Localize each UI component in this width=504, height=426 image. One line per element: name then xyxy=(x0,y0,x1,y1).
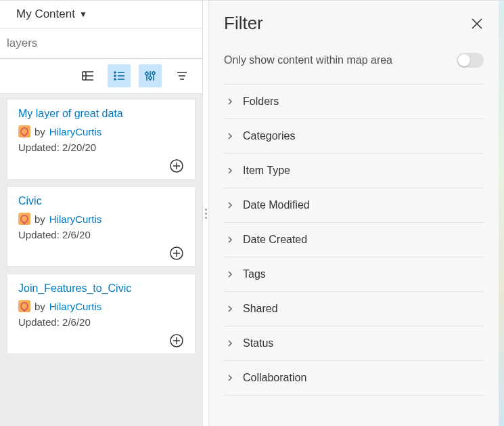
by-prefix: by xyxy=(35,213,45,225)
svg-point-9 xyxy=(114,79,116,80)
svg-point-7 xyxy=(114,75,116,77)
filter-section-shared[interactable]: Shared xyxy=(224,291,484,326)
feature-layer-icon xyxy=(18,213,30,225)
filter-section-label: Item Type xyxy=(243,165,290,177)
filter-panel: Filter Only show content within map area… xyxy=(208,1,499,426)
item-author[interactable]: HilaryCurtis xyxy=(49,301,102,312)
table-view-button[interactable] xyxy=(76,64,99,87)
list-view-button[interactable] xyxy=(108,64,131,87)
filter-section-label: Date Created xyxy=(243,234,307,246)
filter-toggle-button[interactable] xyxy=(139,64,162,87)
table-icon xyxy=(82,70,94,82)
chevron-right-icon xyxy=(227,340,233,347)
toggle-knob xyxy=(458,54,470,66)
filter-section-label: Status xyxy=(243,337,273,349)
filter-section-date-modified[interactable]: Date Modified xyxy=(224,188,484,222)
filter-section-folders[interactable]: Folders xyxy=(224,84,484,119)
chevron-right-icon xyxy=(227,98,233,105)
map-area-toggle[interactable] xyxy=(457,53,484,68)
item-author[interactable]: HilaryCurtis xyxy=(49,126,102,137)
feature-layer-icon xyxy=(18,300,30,312)
chevron-right-icon xyxy=(227,375,233,381)
filter-section-categories[interactable]: Categories xyxy=(224,119,484,153)
close-button[interactable] xyxy=(470,17,484,30)
item-author[interactable]: HilaryCurtis xyxy=(49,213,102,225)
add-item-button[interactable] xyxy=(169,158,184,173)
filter-section-label: Collaboration xyxy=(243,372,306,384)
item-updated: Updated: 2/20/20 xyxy=(18,142,184,153)
filter-section-tags[interactable]: Tags xyxy=(224,257,484,291)
list-item: Join_Features_to_Civic by HilaryCurtis U… xyxy=(7,274,196,354)
by-prefix: by xyxy=(35,126,45,137)
chevron-right-icon xyxy=(227,202,233,209)
feature-layer-icon xyxy=(18,125,30,137)
list-item: Civic by HilaryCurtis Updated: 2/6/20 xyxy=(7,186,196,267)
svg-point-5 xyxy=(114,72,116,73)
panel-resize-handle[interactable] xyxy=(203,1,208,426)
map-sliver xyxy=(499,1,504,426)
filter-section-label: Date Modified xyxy=(243,199,310,211)
filter-section-label: Tags xyxy=(243,268,266,280)
filter-section-list: Folders Categories Item Type Date Modifi… xyxy=(209,84,499,396)
sliders-icon xyxy=(144,70,156,82)
chevron-right-icon xyxy=(227,236,233,243)
item-byline: by HilaryCurtis xyxy=(18,125,184,137)
content-panel: My Content ▼ xyxy=(0,1,203,426)
grip-dots-icon xyxy=(205,209,207,219)
filter-section-item-type[interactable]: Item Type xyxy=(224,153,484,188)
map-area-toggle-label: Only show content within map area xyxy=(224,54,392,66)
content-scope-dropdown[interactable]: My Content ▼ xyxy=(0,1,202,28)
by-prefix: by xyxy=(35,301,45,312)
search-input[interactable] xyxy=(0,28,202,58)
filter-section-label: Categories xyxy=(243,130,295,142)
item-updated: Updated: 2/6/20 xyxy=(18,229,184,240)
item-byline: by HilaryCurtis xyxy=(18,213,184,225)
item-title[interactable]: Join_Features_to_Civic xyxy=(18,282,184,295)
search-row xyxy=(0,28,202,59)
sort-button[interactable] xyxy=(170,64,193,87)
svg-point-12 xyxy=(145,72,148,75)
chevron-right-icon xyxy=(227,167,233,174)
item-title[interactable]: Civic xyxy=(18,195,184,207)
chevron-right-icon xyxy=(227,271,233,278)
filter-section-date-created[interactable]: Date Created xyxy=(224,222,484,257)
filter-title: Filter xyxy=(224,13,263,34)
filter-section-status[interactable]: Status xyxy=(224,326,484,360)
content-scope-label: My Content xyxy=(16,7,75,21)
item-byline: by HilaryCurtis xyxy=(18,300,184,312)
filter-section-label: Shared xyxy=(243,303,278,315)
caret-down-icon: ▼ xyxy=(79,9,87,19)
list-item: My layer of great data by HilaryCurtis U… xyxy=(7,99,196,179)
sort-icon xyxy=(175,70,187,82)
svg-point-14 xyxy=(149,77,152,79)
add-item-button[interactable] xyxy=(169,333,184,348)
chevron-right-icon xyxy=(227,133,233,140)
filter-section-collaboration[interactable]: Collaboration xyxy=(224,360,484,396)
svg-point-16 xyxy=(152,72,155,74)
results-list: My layer of great data by HilaryCurtis U… xyxy=(0,93,202,426)
add-item-button[interactable] xyxy=(169,246,184,261)
filter-section-label: Folders xyxy=(243,95,279,108)
view-toolbar xyxy=(0,59,202,93)
item-title[interactable]: My layer of great data xyxy=(18,108,184,120)
item-updated: Updated: 2/6/20 xyxy=(18,316,184,328)
list-icon xyxy=(113,70,125,82)
chevron-right-icon xyxy=(227,305,233,312)
